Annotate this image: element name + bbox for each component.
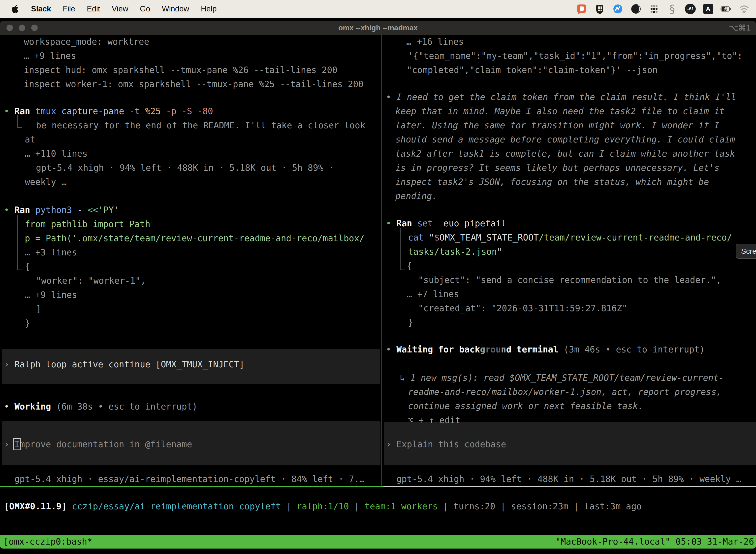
apple-menu-icon[interactable]: [11, 4, 19, 13]
wifi-icon[interactable]: [739, 3, 750, 14]
terminal-window: omx --xhigh --madmax ⌥⌘1: [0, 21, 756, 549]
menu-go[interactable]: Go: [140, 4, 150, 13]
squiggle-icon[interactable]: §: [667, 3, 678, 14]
tmux-status-bar: [omx-cczip0:bash* "MacBook-Pro-44.local"…: [0, 535, 756, 549]
screen: SlackFileEditViewGoWindowHelp § ..61 A: [0, 0, 756, 554]
window-shortcut-hint: ⌥⌘1: [729, 21, 751, 35]
menu-help[interactable]: Help: [201, 4, 217, 13]
window-titlebar[interactable]: omx --xhigh --madmax ⌥⌘1: [0, 21, 756, 35]
badge-61-icon[interactable]: ..61: [685, 4, 696, 14]
window-title: omx --xhigh --madmax: [0, 21, 756, 35]
menu-status-icons: § ..61 A: [576, 3, 750, 14]
menu-edit[interactable]: Edit: [87, 4, 100, 13]
chat-app-icon[interactable]: [576, 3, 587, 14]
menu-bar: SlackFileEditViewGoWindowHelp § ..61 A: [0, 0, 756, 18]
tmux-host-clock: "MacBook-Pro-44.local" 05:03 31-Mar-26: [555, 535, 754, 549]
input-source-icon[interactable]: A: [703, 4, 713, 14]
menu-items: SlackFileEditViewGoWindowHelp: [31, 4, 216, 13]
battery-icon[interactable]: [720, 3, 732, 14]
menu-view[interactable]: View: [112, 4, 128, 13]
speedtest-icon[interactable]: [612, 3, 623, 14]
dots-grid-icon[interactable]: [649, 3, 659, 14]
menu-window[interactable]: Window: [162, 4, 189, 13]
shield-grid-icon[interactable]: [594, 3, 605, 14]
menu-slack[interactable]: Slack: [31, 4, 51, 13]
screen-sharing-tooltip: Scre: [736, 244, 756, 259]
tmux-session-label[interactable]: [omx-cczip0:bash*: [3, 535, 92, 549]
menu-file[interactable]: File: [63, 4, 75, 13]
crescent-icon[interactable]: [630, 3, 641, 14]
